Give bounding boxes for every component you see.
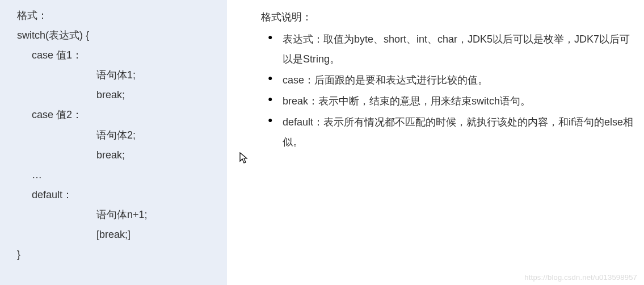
explanation-list: 表达式：取值为byte、short、int、char，JDK5以后可以是枚举，J…: [266, 30, 638, 153]
code-line: 语句体1;: [17, 65, 218, 85]
explanation-title: 格式说明：: [261, 10, 638, 24]
list-item: 表达式：取值为byte、short、int、char，JDK5以后可以是枚举，J…: [266, 30, 638, 69]
code-line: case 值2：: [17, 105, 218, 125]
code-line: [break;]: [17, 225, 218, 245]
watermark-text: https://blog.csdn.net/u013598957: [524, 273, 637, 282]
code-line: default：: [17, 185, 218, 205]
code-format-panel: 格式： switch(表达式) { case 值1： 语句体1; break; …: [0, 0, 227, 285]
list-item: case：后面跟的是要和表达式进行比较的值。: [266, 70, 638, 90]
format-title: 格式：: [17, 6, 218, 26]
mouse-cursor-icon: [239, 152, 249, 165]
list-item: break：表示中断，结束的意思，用来结束switch语句。: [266, 91, 638, 111]
code-line: break;: [17, 145, 218, 165]
code-line: switch(表达式) {: [17, 26, 218, 45]
explanation-panel: 格式说明： 表达式：取值为byte、short、int、char，JDK5以后可…: [227, 0, 644, 285]
code-line: 语句体2;: [17, 125, 218, 145]
list-item: default：表示所有情况都不匹配的时候，就执行该处的内容，和if语句的els…: [266, 112, 638, 152]
code-line-ellipsis: …: [17, 165, 218, 185]
code-line: 语句体n+1;: [17, 205, 218, 225]
code-line: case 值1：: [17, 45, 218, 65]
code-line: break;: [17, 85, 218, 105]
code-line: }: [17, 245, 218, 265]
